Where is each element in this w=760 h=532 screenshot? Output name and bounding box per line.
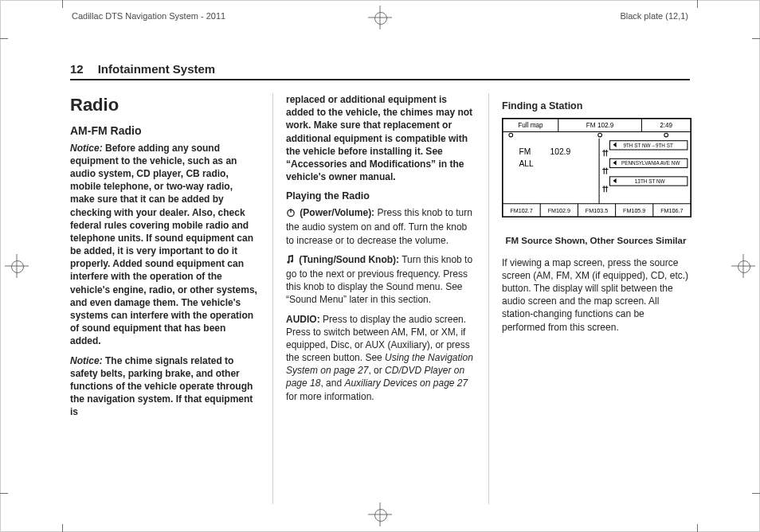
crop-tick — [0, 38, 8, 39]
tune-label: (Tuning/Sound Knob): — [296, 254, 399, 265]
crop-tick — [697, 524, 698, 532]
notice-2: Notice: The chime signals related to saf… — [70, 354, 258, 419]
fig-freq: 102.9 — [550, 147, 571, 156]
audio-tail: for more information. — [286, 391, 374, 402]
fig-preset-2: FM102.9 — [548, 208, 570, 214]
fig-row3: 13TH ST NW — [635, 178, 665, 184]
fig-preset-1: FM102.7 — [510, 208, 532, 214]
page-frame: 12 Infotainment System Radio AM-FM Radio… — [70, 62, 690, 507]
fig-fullmap: Full map — [518, 122, 543, 129]
fig-preset-5: FM106.7 — [660, 208, 683, 214]
section-heading-radio: Radio — [70, 93, 258, 117]
xref-aux: Auxiliary Devices on page 27 — [344, 377, 468, 389]
crop-tick — [752, 38, 760, 39]
notice-label: Notice: — [70, 355, 103, 366]
page-header: 12 Infotainment System — [70, 62, 690, 80]
join: , or — [368, 365, 385, 376]
power-label: (Power/Volume): — [297, 207, 374, 218]
column-1: Radio AM-FM Radio Notice: Before adding … — [70, 93, 258, 504]
power-volume-item: (Power/Volume): Press this knob to turn … — [286, 206, 474, 247]
power-icon — [286, 208, 296, 221]
reg-mark-right — [736, 259, 750, 273]
notice-1: Notice: Before adding any sound equipmen… — [70, 142, 258, 348]
fig-row1: 9TH ST NW→9TH ST — [623, 143, 673, 148]
fig-scope: ALL — [519, 158, 535, 167]
column-3: Finding a Station Full map FM 102.9 2:4 — [488, 93, 690, 504]
fig-preset-4: FM105.9 — [623, 208, 645, 214]
doc-title: Cadillac DTS Navigation System - 2011 — [72, 11, 225, 21]
crop-tick — [752, 493, 760, 494]
crop-tick — [697, 0, 698, 8]
audio-item: AUDIO: Press to display the audio screen… — [286, 313, 474, 403]
figure-radio-screen: Full map FM 102.9 2:49 FM ALL 102.9 — [502, 118, 690, 247]
music-note-icon — [286, 255, 295, 268]
column-container: Radio AM-FM Radio Notice: Before adding … — [70, 93, 690, 504]
heading-amfm: AM-FM Radio — [70, 123, 258, 139]
fig-band: FM — [519, 147, 531, 156]
fig-topfreq: FM 102.9 — [586, 122, 614, 129]
crop-tick — [0, 493, 8, 494]
crop-tick — [62, 0, 63, 8]
heading-playing-radio: Playing the Radio — [286, 190, 474, 203]
column-2: replaced or additional equipment is adde… — [272, 93, 474, 504]
notice-text: Before adding any sound equipment to the… — [70, 143, 257, 347]
plate-label: Black plate (12,1) — [620, 11, 688, 21]
fig-preset-3: FM103.5 — [586, 208, 608, 214]
finding-station-para: If viewing a map screen, press the sourc… — [502, 256, 690, 334]
running-header: Cadillac DTS Navigation System - 2011 Bl… — [72, 11, 688, 21]
fig-clock: 2:49 — [660, 122, 672, 129]
notice-continuation: replaced or additional equipment is adde… — [286, 93, 474, 183]
notice-label: Notice: — [70, 143, 103, 154]
radio-screen-illustration: Full map FM 102.9 2:49 FM ALL 102.9 — [502, 118, 691, 217]
page-sheet: Cadillac DTS Navigation System - 2011 Bl… — [0, 0, 760, 532]
reg-mark-bottom — [373, 507, 387, 522]
audio-label: AUDIO: — [286, 314, 320, 325]
fig-row2: PENNSYLVANIA AVE NW — [621, 160, 680, 166]
heading-finding-station: Finding a Station — [502, 100, 690, 113]
page-number: 12 — [70, 62, 84, 76]
reg-mark-left — [10, 259, 24, 273]
crop-tick — [62, 524, 63, 532]
tuning-item: (Tuning/Sound Knob): Turn this knob to g… — [286, 253, 474, 307]
figure-caption: FM Source Shown, Other Sources Similar — [502, 235, 690, 246]
join: , and — [320, 377, 344, 389]
page-title: Infotainment System — [98, 62, 216, 76]
